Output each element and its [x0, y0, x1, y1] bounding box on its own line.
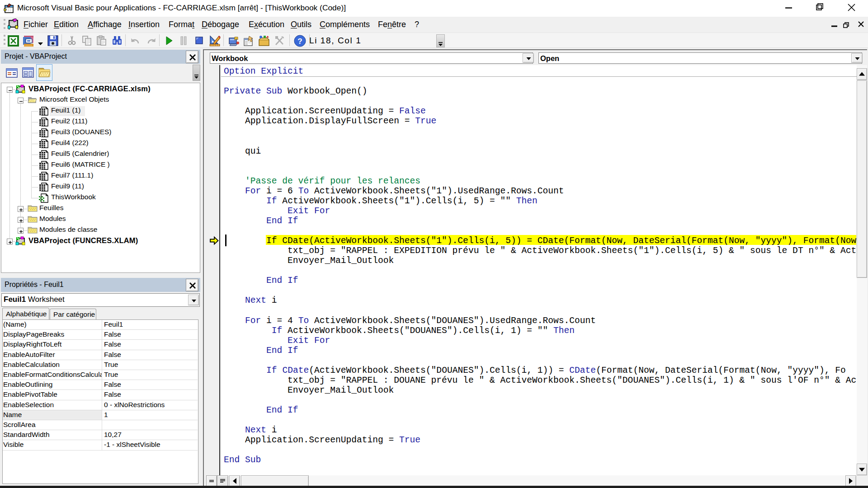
svg-text:?: ? — [297, 37, 302, 46]
